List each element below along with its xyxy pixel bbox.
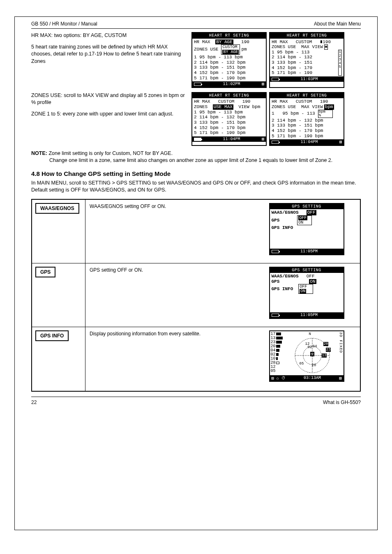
gps-info-time: 03:13AM xyxy=(304,376,321,381)
gps2-gps-value[interactable]: ON xyxy=(309,279,316,284)
signal-icon: ▧ xyxy=(262,137,264,142)
header-left: GB 550 / HR Monitor / Manual xyxy=(31,21,97,27)
gps2-title: GPS SETTING xyxy=(270,268,344,273)
lcd-gps-2: GPS SETTING WAAS/EGNOS OFF GPS ON GPS IN… xyxy=(269,267,344,319)
north-label: N xyxy=(309,332,311,336)
battery-icon xyxy=(194,138,201,141)
lcd-hr-setting-4: HEART RT SETING HR MAX CUSTOM 190 ZONES … xyxy=(269,92,344,146)
gps1-waas-value[interactable]: OFF xyxy=(307,210,316,215)
lcd4-title: HEART RT SETING xyxy=(270,93,344,99)
note-2: Change one limit in a zone, same limit a… xyxy=(49,157,361,164)
page-footer: 22 What is GH-550? xyxy=(31,397,361,405)
note-1: Zone limit setting is only for Custom, N… xyxy=(48,150,173,156)
gps1-info-label: GPS INFO xyxy=(272,225,293,230)
lcd1-hrmax-label: HR MAX xyxy=(194,39,210,45)
lcd-gps-info: 17 13 23 20 04 02 10 28 12 05 N xyxy=(269,330,344,382)
second-text: ZONES USE: scroll to MAX VIEW and displa… xyxy=(31,92,187,146)
lcd3-zones-tail: VIEW bpm xyxy=(238,104,260,110)
lcd4-zone5: 5 171 bpm - 190 bpm xyxy=(272,134,342,139)
lcd4-hrmax-label: HR MAX xyxy=(272,99,288,104)
lcd4-unit-dropdown[interactable]: bpm% xyxy=(318,110,333,118)
lcd2-zones-label: ZONES USE xyxy=(272,44,296,50)
battery-icon xyxy=(272,250,279,253)
lcd2-hrmax-mode: CUSTOM xyxy=(296,39,312,45)
satellite-bars: 17 13 23 20 04 02 10 28 12 05 xyxy=(271,332,283,373)
lcd-hr-setting-3: HEART RT SETING HR MAX CUSTOM 190 ZONES … xyxy=(191,92,267,146)
lcd4-zone1: 1 95 bpm - 113 xyxy=(272,111,315,116)
lcd1-time: 11:02PM xyxy=(223,82,240,87)
content-area: HR MAX: two options: BY AGE, CUSTOM 5 he… xyxy=(31,32,361,392)
lcd4-hrmax-mode: CUSTOM xyxy=(296,99,312,104)
lcd3-hrmax-label: HR MAX xyxy=(194,99,210,104)
lcd3-zone5: 5 171 bpm - 190 bpm xyxy=(194,130,264,136)
lcd1-zone5: 5 171 bpm - 190 bpm xyxy=(194,76,264,81)
lcd4-zone4: 4 152 bpm - 170 bpm xyxy=(272,128,342,134)
lcd4-zone2: 2 114 bpm - 132 bpm xyxy=(272,118,342,123)
fix-status: 3D FIXED xyxy=(339,332,343,353)
lcd1-zone4: 4 152 bpm - 170 bpm xyxy=(194,70,264,76)
intro-line-3: ZONES USE: scroll to MAX VIEW and displa… xyxy=(31,92,187,106)
lcd3-hrmax-val: 190 xyxy=(242,99,251,104)
row2-label-cell: GPS xyxy=(32,263,85,327)
lcd2-zone-scrollbar[interactable]: 1 2 3 4 5 xyxy=(338,50,342,76)
lcd4-zones-label: ZONES USE xyxy=(272,104,296,110)
intro-line-4: ZONE 1 to 5: every zone with upper and l… xyxy=(31,111,187,118)
lcd3-title: HEART RT SETING xyxy=(192,93,266,99)
lcd2-zone4: 4 152 bpm - 170 xyxy=(272,65,338,71)
header-right: About the Main Menu xyxy=(314,21,361,27)
second-text-and-screens: ZONES USE: scroll to MAX VIEW and displa… xyxy=(31,92,361,146)
status-icons: ▥ ⌂ ⏱ xyxy=(272,376,286,381)
lcd2-zone5: 5 171 bpm - 190 xyxy=(272,70,338,76)
gps-label: GPS xyxy=(35,267,55,277)
signal-icon: ▧ xyxy=(262,82,264,87)
row2-screen-cell: GPS SETTING WAAS/EGNOS OFF GPS ON GPS IN… xyxy=(253,263,360,327)
row3-label-cell: GPS INFO xyxy=(32,327,85,391)
table-row-gps: GPS GPS setting OFF or ON. GPS SETTING W… xyxy=(32,263,360,327)
footer-page-number: 22 xyxy=(31,399,37,405)
lcd3-hrmax-mode: CUSTOM xyxy=(218,99,235,104)
row1-label-cell: WAAS/EGNOS xyxy=(32,200,85,263)
lcd2-zones-mode: MAX VIEW xyxy=(301,44,323,50)
lcd1-zones-label: ZONES USE xyxy=(194,47,218,52)
lcd2-scroll-icon[interactable]: ▣ xyxy=(324,44,328,49)
lcd4-hrmax-val: 190 xyxy=(320,99,328,104)
row1-screen-cell: GPS SETTING WAAS/EGNOS OFF GPS OFF ON GP… xyxy=(253,200,360,263)
intro-text: HR MAX: two options: BY AGE, CUSTOM 5 he… xyxy=(31,32,187,88)
top-text-and-screens: HR MAX: two options: BY AGE, CUSTOM 5 he… xyxy=(31,32,361,88)
footer-right-text: What is GH-550? xyxy=(323,399,361,405)
gps2-time: 11:05PM xyxy=(300,313,318,318)
lcd3-zone3: 3 133 bpm - 151 bpm xyxy=(194,120,264,125)
page-header: GB 550 / HR Monitor / Manual About the M… xyxy=(31,21,361,29)
lcd3-zones-sel[interactable]: USE MAX xyxy=(213,104,233,110)
gps1-dropdown[interactable]: OFF ON xyxy=(297,215,312,225)
lcd2-hrmax-label: HR MAX xyxy=(272,39,288,45)
gps-info-label: GPS INFO xyxy=(35,330,69,341)
gps1-waas-label: WAAS/EGNOS xyxy=(272,210,299,215)
lcd1-hrmax-mode[interactable]: BY AGE xyxy=(215,39,233,45)
waas-egnos-label: WAAS/EGNOS xyxy=(35,203,79,214)
gps2-dropdown[interactable]: OFF ON xyxy=(298,284,313,294)
lcd1-title: HEART RT SETING xyxy=(192,33,266,39)
lcd3-time: 11:04PM xyxy=(223,137,240,142)
signal-icon: ▧ xyxy=(339,140,342,145)
gps2-waas-value: OFF xyxy=(307,274,315,279)
person-icon: 웃 xyxy=(310,352,314,356)
row1-text: WAAS/EGNOS setting OFF or ON. xyxy=(85,200,253,263)
lcd1-zone3: 3 133 bpm - 151 bpm xyxy=(194,65,264,70)
lcd1-dropdown[interactable]: CUSTOM BY AGE xyxy=(221,44,240,55)
lcd-hr-setting-2: HEART RT SETING HR MAX CUSTOM ∎190 ZONES… xyxy=(269,32,344,88)
lcd4-zones-unit[interactable]: bpm xyxy=(324,104,334,110)
gps2-gps-label: GPS xyxy=(272,279,280,284)
section-heading: 4.8 How to Change GPS setting in Setting… xyxy=(31,170,361,177)
table-row-waas: WAAS/EGNOS WAAS/EGNOS setting OFF or ON.… xyxy=(32,200,360,263)
row2-text: GPS setting OFF or ON. xyxy=(85,263,253,327)
note-heading: NOTE: xyxy=(31,150,47,156)
notes-block: NOTE: Zone limit setting is only for Cus… xyxy=(31,150,361,164)
intro-line-1: HR MAX: two options: BY AGE, CUSTOM xyxy=(31,32,187,39)
lcd2-zone3: 3 133 bpm - 151 xyxy=(272,60,338,65)
lcd4-zone3: 3 133 bpm - 151 bpm xyxy=(272,123,342,128)
row3-text: Display positioning information from eve… xyxy=(85,327,253,391)
gps1-title: GPS SETTING xyxy=(270,204,344,210)
lcd-hr-setting-1: HEART RT SETING HR MAX BY AGE 190 ZONES … xyxy=(191,32,267,88)
row3-screen-cell: 17 13 23 20 04 02 10 28 12 05 N xyxy=(253,327,360,391)
